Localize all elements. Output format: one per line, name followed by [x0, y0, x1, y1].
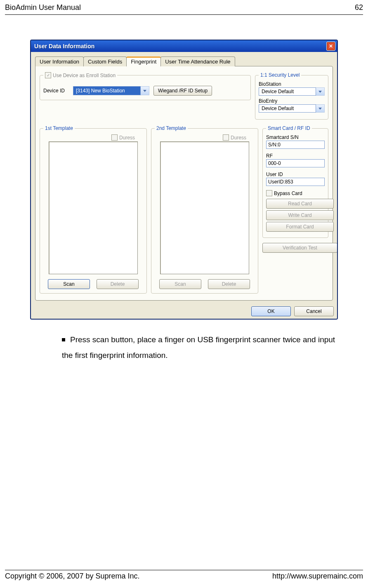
- enroll-station-group: ✓ Use Device as Enroll Station Device ID…: [40, 72, 251, 100]
- read-card-button[interactable]: Read Card: [266, 199, 334, 209]
- tab-bar: User Information Custom Fields Fingerpri…: [35, 56, 333, 66]
- dialog-titlebar: User Data Information ✕: [31, 40, 337, 52]
- biostation-label: BioStation: [259, 81, 325, 87]
- second-template-legend: 2nd Template: [155, 125, 188, 131]
- device-id-value: [3143] New BioStation: [73, 86, 141, 95]
- copyright-text: Copyright © 2006, 2007 by Suprema Inc.: [5, 572, 139, 581]
- header-rule: [5, 14, 363, 15]
- user-id-field[interactable]: [266, 178, 325, 186]
- bioentry-combo[interactable]: Device Default: [259, 104, 325, 113]
- duress1-label: Duress: [119, 135, 135, 141]
- manual-title: BioAdmin User Manual: [5, 3, 81, 12]
- biostation-value: Device Default: [259, 87, 316, 96]
- security-level-legend: 1:1 Security Level: [259, 72, 301, 78]
- write-card-button[interactable]: Write Card: [266, 210, 334, 220]
- format-card-button[interactable]: Format Card: [266, 222, 334, 232]
- verification-test-button[interactable]: Verification Test: [262, 243, 337, 253]
- scan1-button[interactable]: Scan: [48, 279, 90, 289]
- first-template-group: 1st Template Duress Scan Delete: [40, 125, 147, 294]
- duress2-label: Duress: [231, 135, 246, 141]
- second-template-group: 2nd Template Duress Scan Delete: [151, 125, 258, 294]
- smartcard-legend: Smart Card / RF ID: [266, 125, 312, 131]
- user-id-label: User ID: [266, 172, 325, 177]
- smartcard-sn-field[interactable]: [266, 141, 325, 149]
- page-footer: Copyright © 2006, 2007 by Suprema Inc. h…: [0, 570, 368, 586]
- tab-time-attendance[interactable]: User Time Attendance Rule: [160, 56, 235, 66]
- bioentry-value: Device Default: [259, 104, 316, 113]
- dialog-title: User Data Information: [34, 43, 94, 49]
- chevron-down-icon[interactable]: [141, 86, 149, 95]
- instruction-paragraph: Press scan button, place a finger on USB…: [62, 332, 339, 363]
- fingerprint2-canvas: [160, 141, 249, 274]
- use-device-label: Use Device as Enroll Station: [53, 73, 116, 78]
- footer-rule: [5, 570, 363, 570]
- close-icon[interactable]: ✕: [326, 42, 335, 51]
- tab-panel-fingerprint: ✓ Use Device as Enroll Station Device ID…: [35, 66, 333, 301]
- duress1-checkbox[interactable]: [111, 134, 118, 141]
- fingerprint1-canvas: [49, 141, 138, 274]
- page-header: BioAdmin User Manual 62: [0, 0, 368, 14]
- footer-url: http://www.supremainc.com: [272, 572, 363, 581]
- cancel-button[interactable]: Cancel: [294, 306, 334, 316]
- scan2-button[interactable]: Scan: [159, 279, 201, 289]
- rf-field[interactable]: [266, 159, 325, 167]
- biostation-combo[interactable]: Device Default: [259, 87, 325, 96]
- bioentry-label: BioEntry: [259, 98, 325, 104]
- ok-button[interactable]: OK: [251, 306, 291, 316]
- dialog-footer: OK Cancel: [31, 304, 337, 319]
- device-id-combo[interactable]: [3143] New BioStation: [73, 86, 149, 95]
- delete1-button[interactable]: Delete: [97, 279, 139, 289]
- bypass-card-label: Bypass Card: [274, 191, 302, 196]
- rf-label: RF: [266, 153, 325, 159]
- duress2-checkbox[interactable]: [223, 134, 229, 141]
- first-template-legend: 1st Template: [43, 125, 75, 131]
- bypass-card-checkbox[interactable]: [266, 190, 272, 196]
- tab-fingerprint[interactable]: Fingerprint: [126, 56, 161, 66]
- tab-user-information[interactable]: User Information: [35, 56, 84, 66]
- instruction-text: Press scan button, place a finger on USB…: [62, 335, 335, 360]
- smartcard-group: Smart Card / RF ID Smartcard S/N RF User…: [262, 125, 328, 238]
- wiegand-rfid-setup-button[interactable]: Wiegand /RF ID Setup: [153, 86, 212, 96]
- dialog-body: User Information Custom Fields Fingerpri…: [31, 52, 337, 304]
- chevron-down-icon[interactable]: [316, 87, 325, 96]
- page-number: 62: [355, 3, 363, 12]
- right-column: Smart Card / RF ID Smartcard S/N RF User…: [262, 125, 328, 253]
- device-id-label: Device ID: [43, 88, 69, 94]
- delete2-button[interactable]: Delete: [208, 279, 250, 289]
- use-device-checkbox[interactable]: ✓: [45, 72, 51, 78]
- bullet-icon: [62, 338, 65, 341]
- security-level-group: 1:1 Security Level BioStation Device Def…: [255, 72, 328, 120]
- tab-custom-fields[interactable]: Custom Fields: [83, 56, 127, 66]
- user-data-dialog: User Data Information ✕ User Information…: [30, 40, 338, 320]
- smartcard-sn-label: Smartcard S/N: [266, 134, 325, 140]
- chevron-down-icon[interactable]: [316, 104, 325, 113]
